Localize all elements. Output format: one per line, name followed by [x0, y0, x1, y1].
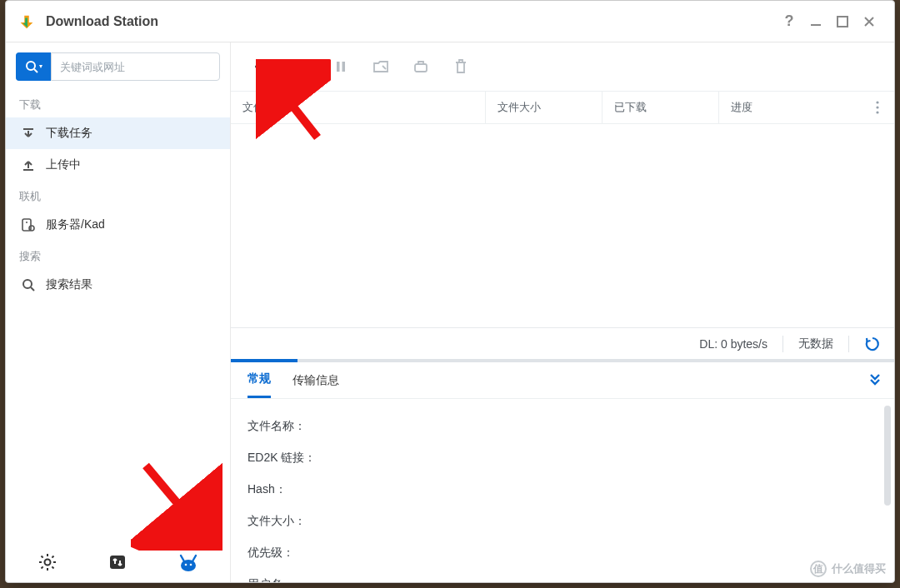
task-list-empty — [231, 124, 894, 327]
bottom-tab-emule[interactable] — [158, 543, 218, 581]
more-vertical-icon — [876, 101, 879, 114]
transfers-icon — [108, 552, 128, 572]
statusbar: DL: 0 bytes/s 无数据 — [231, 327, 894, 359]
sidebar-item-server-kad[interactable]: 服务器/Kad — [6, 209, 230, 241]
svg-point-11 — [45, 560, 51, 566]
toolbar-add-button[interactable] — [251, 57, 271, 77]
toolbar-link-button[interactable] — [411, 57, 431, 77]
svg-line-17 — [52, 566, 54, 568]
svg-point-21 — [181, 560, 196, 571]
detail-filename: 文件名称： — [248, 411, 878, 442]
bottom-tab-transfers[interactable] — [88, 543, 148, 581]
detail-hash: Hash： — [248, 474, 878, 506]
tab-transfer[interactable]: 传输信息 — [292, 362, 339, 398]
svg-rect-0 — [811, 24, 821, 26]
link-icon — [412, 59, 429, 74]
app-title: Download Station — [46, 14, 158, 29]
magnifier-icon — [21, 277, 36, 292]
sidebar-item-download-tasks[interactable]: 下载任务 — [6, 117, 230, 149]
svg-rect-25 — [342, 62, 346, 72]
detail-username: 用户名： — [248, 569, 878, 582]
search-input[interactable] — [51, 52, 220, 81]
sidebar-item-uploading[interactable]: 上传中 — [6, 149, 230, 181]
dl-speed: DL: 0 bytes/s — [699, 337, 768, 351]
server-icon — [21, 217, 36, 232]
section-search-label: 搜索 — [6, 241, 230, 269]
svg-rect-4 — [23, 128, 33, 130]
close-button[interactable] — [856, 8, 882, 35]
bottom-tab-settings[interactable] — [18, 543, 78, 581]
detail-ed2k: ED2K 链接： — [248, 442, 878, 474]
svg-line-19 — [52, 556, 54, 558]
collapse-button[interactable] — [868, 371, 882, 389]
col-progress[interactable]: 进度 — [719, 92, 861, 123]
refresh-button[interactable] — [864, 336, 881, 352]
detail-priority: 优先级： — [248, 537, 878, 569]
download-arrow-icon — [21, 126, 36, 141]
toolbar — [231, 42, 894, 91]
columns-more-button[interactable] — [861, 101, 894, 114]
svg-rect-26 — [415, 64, 427, 72]
toolbar-play-button[interactable] — [291, 57, 311, 77]
section-online-label: 联机 — [6, 181, 230, 209]
scrollbar[interactable] — [884, 406, 891, 506]
section-download-label: 下载 — [6, 89, 230, 117]
upload-arrow-icon — [21, 157, 36, 172]
detail-body: 文件名称： ED2K 链接： Hash： 文件大小： 优先级： 用户名： — [231, 399, 894, 582]
svg-point-7 — [26, 222, 28, 223]
svg-point-8 — [29, 226, 34, 231]
svg-rect-20 — [110, 556, 125, 569]
tab-general[interactable]: 常规 — [248, 362, 271, 398]
bottom-tabs — [6, 542, 230, 582]
svg-point-29 — [876, 111, 878, 113]
detail-tabs: 常规 传输信息 — [231, 362, 894, 399]
toolbar-folder-button[interactable] — [371, 57, 391, 77]
play-icon — [293, 59, 308, 74]
svg-line-10 — [31, 287, 34, 291]
pause-icon — [334, 60, 348, 73]
nodata-label: 无数据 — [798, 336, 833, 351]
col-filesize[interactable]: 文件大小 — [486, 92, 602, 123]
chevron-double-down-icon — [868, 371, 882, 386]
main: 文件名称 ▴ 文件大小 已下载 进度 DL: 0 bytes/s 无数据 — [231, 42, 894, 582]
svg-point-9 — [23, 280, 32, 288]
help-button[interactable]: ? — [776, 8, 802, 35]
search-row — [6, 42, 230, 89]
watermark: 值 什么值得买 — [810, 561, 886, 577]
sidebar-item-label: 下载任务 — [46, 126, 92, 141]
toolbar-pause-button[interactable] — [331, 57, 351, 77]
emule-icon — [178, 552, 199, 572]
svg-point-22 — [185, 564, 188, 566]
sidebar-item-label: 搜索结果 — [46, 277, 92, 292]
titlebar: Download Station ? — [6, 1, 894, 42]
toolbar-delete-button[interactable] — [451, 57, 471, 77]
detail-filesize: 文件大小： — [248, 506, 878, 537]
column-headers: 文件名称 ▴ 文件大小 已下载 进度 — [231, 91, 894, 124]
svg-rect-24 — [337, 62, 340, 72]
body: 下载 下载任务 上传中 联机 服务器/Kad 搜索 — [6, 42, 894, 582]
gear-icon — [38, 552, 58, 572]
sidebar: 下载 下载任务 上传中 联机 服务器/Kad 搜索 — [6, 42, 231, 582]
folder-edit-icon — [372, 59, 389, 74]
svg-line-16 — [42, 556, 43, 558]
minimize-button[interactable] — [802, 8, 829, 35]
plus-icon — [252, 58, 269, 75]
svg-line-18 — [42, 566, 43, 568]
app-logo-icon — [18, 12, 36, 31]
search-dropdown-button[interactable] — [16, 52, 51, 81]
sidebar-item-search-results[interactable]: 搜索结果 — [6, 269, 230, 301]
sidebar-item-label: 服务器/Kad — [46, 217, 105, 232]
col-filename[interactable]: 文件名称 ▴ — [231, 92, 486, 123]
col-downloaded[interactable]: 已下载 — [602, 92, 719, 123]
watermark-icon: 值 — [810, 561, 827, 577]
trash-icon — [453, 58, 468, 75]
svg-line-3 — [34, 69, 38, 72]
sidebar-item-label: 上传中 — [46, 157, 81, 172]
svg-point-27 — [876, 101, 878, 103]
maximize-button[interactable] — [829, 8, 856, 35]
svg-point-23 — [190, 564, 192, 566]
svg-rect-5 — [23, 169, 33, 171]
svg-point-28 — [876, 106, 878, 108]
sort-asc-icon: ▴ — [291, 103, 295, 112]
refresh-icon — [864, 336, 881, 352]
